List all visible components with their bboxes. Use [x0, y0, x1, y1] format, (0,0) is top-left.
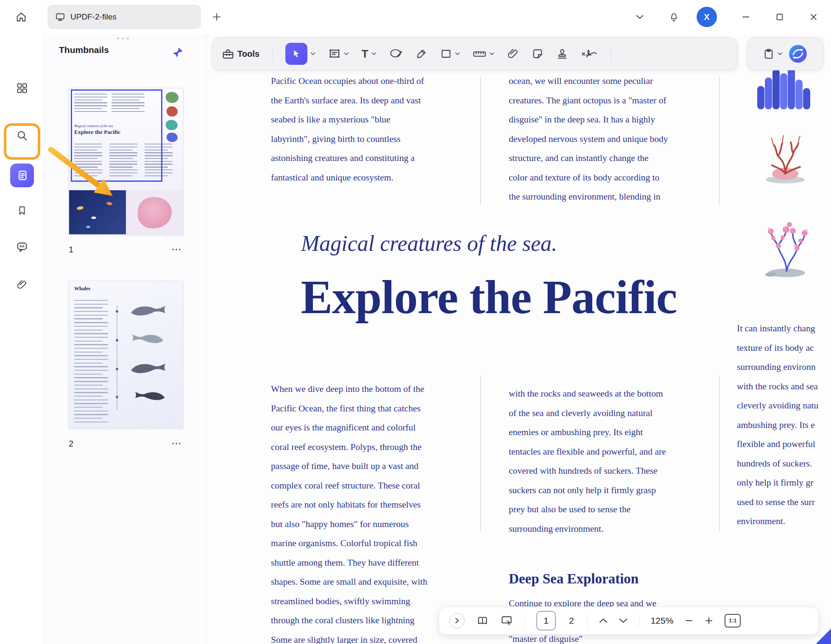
- chevron-down-icon: [371, 52, 376, 56]
- page-thumbnail-2[interactable]: Whales: [69, 281, 183, 428]
- thumb2-more-button[interactable]: [170, 440, 183, 447]
- thumb-text-bar: [74, 396, 103, 397]
- text-tool[interactable]: T: [362, 47, 376, 61]
- stamp-tool[interactable]: [556, 48, 568, 60]
- zoom-out-button[interactable]: [685, 616, 693, 625]
- comment-tool-icon: [389, 48, 403, 60]
- sticker-tool[interactable]: [532, 48, 544, 60]
- tab-title: UPDF-2-files: [70, 12, 117, 22]
- page-2-button[interactable]: 2: [567, 616, 576, 626]
- chevron-right-icon: [455, 618, 460, 624]
- column-divider: [480, 76, 481, 205]
- doc-text-line: labyrinth", giving birth to countless: [271, 130, 424, 149]
- thumb-text-bar: [74, 307, 103, 308]
- pin-panel-button[interactable]: [172, 47, 184, 59]
- thumb-text-bar: [74, 392, 108, 393]
- doc-text-line: prey but also be used to sense the: [509, 500, 666, 519]
- thumb-text-bar: [74, 377, 108, 378]
- tutorial-arrow: [40, 142, 125, 210]
- grid-icon: [16, 82, 28, 94]
- measure-tool[interactable]: [473, 48, 494, 60]
- thumb-text-bar: [74, 400, 108, 400]
- chevron-down-icon: [619, 618, 627, 623]
- ai-assistant-button[interactable]: [788, 44, 808, 64]
- titlebar-chevron-button[interactable]: [630, 8, 649, 26]
- zoom-level[interactable]: 125%: [651, 616, 674, 626]
- doc-text-line: the surrounding environment, blending in: [509, 187, 668, 207]
- current-page-box[interactable]: 1: [536, 611, 556, 630]
- doc-cut-line-2: "master of disguise": [509, 634, 583, 644]
- chevron-up-icon: [599, 618, 608, 623]
- thumbnails-pages-icon: [16, 169, 28, 182]
- bottom-bar-separator: [639, 614, 639, 627]
- notifications-button[interactable]: [664, 8, 683, 26]
- edit-pdf-tool[interactable]: [328, 47, 349, 60]
- reading-mode-button[interactable]: [476, 615, 489, 627]
- attachment-tool[interactable]: [507, 48, 519, 60]
- doc-text-line: fantastical and unique ecosystem.: [271, 168, 424, 188]
- comment-tool[interactable]: [389, 48, 403, 60]
- thumb1-more-button[interactable]: [170, 246, 183, 253]
- doc-text-line: used to sense the surr: [737, 493, 818, 512]
- zoom-in-button[interactable]: [705, 616, 713, 625]
- previous-page-button[interactable]: [599, 618, 608, 623]
- sidebar-item-thumbnails-active[interactable]: [10, 164, 34, 187]
- minus-icon: [685, 616, 693, 625]
- sidebar-item-bookmarks[interactable]: [12, 200, 32, 221]
- thumb2-label-row: 2: [69, 437, 183, 450]
- thumb-text-bar: [74, 333, 108, 334]
- shapes-tool[interactable]: [440, 48, 460, 60]
- panel-drag-handle[interactable]: [117, 37, 129, 39]
- paragraph-bottom-middle: with the rocks and seaweeds at the botto…: [509, 384, 666, 539]
- thumb-text-bar: [74, 407, 103, 408]
- doc-text-line: developed nervous system and unique body: [509, 130, 668, 149]
- pen-tool[interactable]: [416, 48, 427, 60]
- doc-text-line: creatures. The giant octopus is a "maste…: [509, 91, 668, 111]
- presentation-mode-button[interactable]: [500, 615, 513, 627]
- home-button[interactable]: [12, 8, 31, 26]
- thumb-text-bar: [74, 311, 108, 312]
- signature-tool[interactable]: [581, 48, 598, 60]
- red-coral-image: [753, 126, 818, 183]
- pin-icon: [172, 47, 184, 58]
- thumb-pink-coral-photo: [126, 190, 183, 235]
- document-tab[interactable]: UPDF-2-files: [47, 5, 201, 29]
- thumb-text-bar: [74, 359, 108, 360]
- sidebar-item-attachments[interactable]: [12, 275, 32, 295]
- expand-bar-button[interactable]: [449, 613, 465, 628]
- doc-text-line: suckers can not only help it firmly gras…: [509, 481, 666, 500]
- thumb-text-bar: [74, 300, 108, 301]
- chevron-down-icon: [636, 15, 644, 19]
- doc-text-line: through the coral clusters like lightnin…: [271, 611, 427, 630]
- doc-text-line: seabed is like a mysterious "blue: [271, 110, 424, 130]
- next-page-button[interactable]: [619, 618, 627, 623]
- page-2-number: 2: [569, 616, 574, 625]
- pink-coral-image: [755, 208, 818, 278]
- sidebar-item-apps[interactable]: [12, 78, 32, 98]
- thumb-text-bar: [74, 326, 108, 327]
- close-button[interactable]: [804, 8, 823, 26]
- user-avatar[interactable]: X: [697, 7, 717, 27]
- thumb-text-bar: [74, 370, 108, 371]
- doc-text-line: covered with hundreds of suckers. These: [509, 461, 666, 481]
- bookmark-icon: [17, 205, 28, 216]
- minimize-icon: [742, 13, 750, 21]
- doc-text-line: our eyes is the magnificent and colorful: [271, 418, 427, 438]
- new-tab-button[interactable]: [209, 9, 224, 25]
- tools-button[interactable]: Tools: [222, 47, 259, 60]
- sidebar-item-comments[interactable]: [12, 237, 32, 257]
- thumb-text-bar: [74, 341, 103, 341]
- blue-coral-image: [756, 67, 816, 109]
- comment-icon: [16, 241, 28, 253]
- thumb-text-bar: [74, 337, 108, 338]
- clipboard-tool[interactable]: [763, 48, 783, 60]
- thumb-timeline: [117, 306, 117, 409]
- select-tool-active[interactable]: [285, 43, 315, 65]
- doc-text-line: reefs are not only habitats for themselv…: [271, 495, 427, 515]
- minimize-button[interactable]: [736, 8, 755, 26]
- maximize-button[interactable]: [770, 8, 789, 26]
- maximize-icon: [776, 13, 784, 21]
- doc-text-line: passage of time, have built up a vast an…: [271, 457, 427, 476]
- paragraph-right-clipped: It can instantly changtexture of its bod…: [737, 319, 818, 531]
- actual-size-button[interactable]: 1:1: [725, 614, 741, 627]
